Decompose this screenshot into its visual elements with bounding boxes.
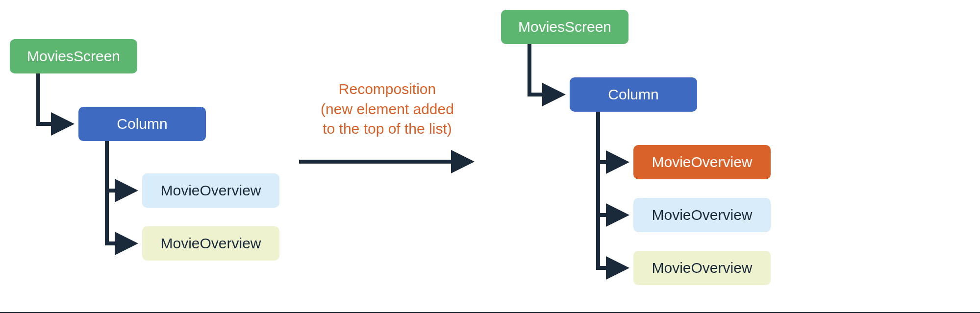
right-column-node: Column bbox=[570, 77, 697, 112]
left-arrow-column-item1 bbox=[107, 141, 134, 243]
right-item-1-label: MovieOverview bbox=[652, 207, 752, 223]
left-item-1: MovieOverview bbox=[142, 226, 279, 261]
left-root-node: MoviesScreen bbox=[10, 39, 137, 73]
left-item-0: MovieOverview bbox=[142, 173, 279, 208]
right-root-label: MoviesScreen bbox=[518, 19, 611, 35]
caption-line-3: to the top of the list) bbox=[299, 119, 476, 139]
right-arrow-column-item2 bbox=[598, 112, 626, 268]
left-root-label: MoviesScreen bbox=[27, 48, 120, 65]
left-column-node: Column bbox=[78, 107, 206, 141]
right-arrow-root-column bbox=[529, 44, 562, 95]
right-item-2: MovieOverview bbox=[633, 251, 771, 285]
right-item-0-label: MovieOverview bbox=[652, 154, 752, 170]
left-column-label: Column bbox=[117, 116, 167, 132]
right-column-label: Column bbox=[608, 86, 658, 103]
right-item-2-label: MovieOverview bbox=[652, 260, 752, 276]
connector-layer bbox=[0, 0, 980, 313]
left-arrow-column-item0 bbox=[107, 141, 134, 191]
right-item-0: MovieOverview bbox=[633, 145, 771, 179]
left-item-1-label: MovieOverview bbox=[160, 235, 261, 252]
right-arrow-column-item0 bbox=[598, 112, 626, 162]
caption-line-1: Recomposition bbox=[299, 79, 476, 99]
caption-line-2: (new element added bbox=[299, 99, 476, 120]
recomposition-caption: Recomposition (new element added to the … bbox=[299, 79, 476, 139]
right-item-1: MovieOverview bbox=[633, 198, 771, 232]
left-arrow-root-column bbox=[38, 73, 71, 124]
right-arrow-column-item1 bbox=[598, 112, 626, 215]
left-item-0-label: MovieOverview bbox=[160, 182, 261, 199]
right-root-node: MoviesScreen bbox=[501, 10, 628, 44]
